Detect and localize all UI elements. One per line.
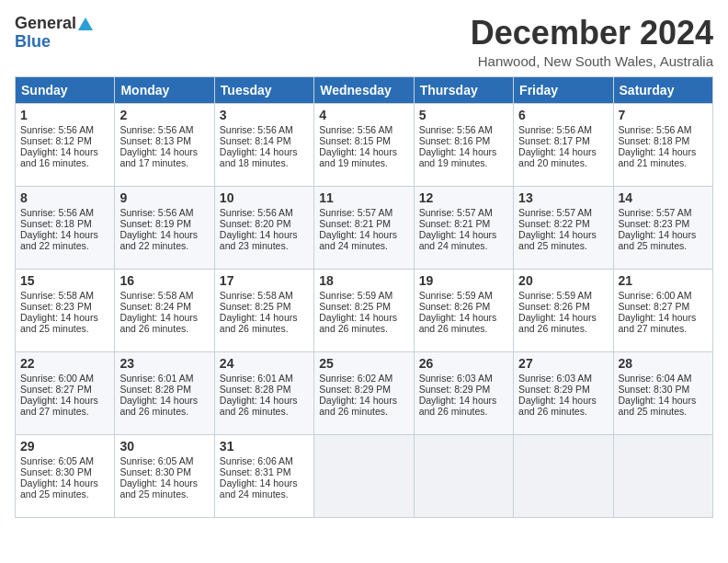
day-content: Sunset: 8:17 PM bbox=[518, 135, 608, 146]
calendar-cell: 18Sunrise: 5:59 AMSunset: 8:25 PMDayligh… bbox=[314, 269, 414, 351]
day-content: Daylight: 14 hours bbox=[518, 146, 608, 157]
day-content: and 26 minutes. bbox=[518, 323, 608, 334]
day-content: Daylight: 14 hours bbox=[619, 395, 708, 406]
week-row-4: 29Sunrise: 6:05 AMSunset: 8:30 PMDayligh… bbox=[16, 434, 713, 517]
day-number: 6 bbox=[518, 108, 608, 122]
day-content: Sunrise: 6:03 AM bbox=[518, 373, 608, 384]
day-content: and 25 minutes. bbox=[619, 406, 708, 417]
day-content: and 25 minutes. bbox=[518, 240, 608, 251]
day-content: and 18 minutes. bbox=[220, 157, 309, 168]
day-content: Sunrise: 5:59 AM bbox=[518, 290, 608, 301]
day-content: Sunset: 8:27 PM bbox=[20, 384, 109, 395]
calendar-cell: 29Sunrise: 6:05 AMSunset: 8:30 PMDayligh… bbox=[16, 434, 115, 517]
day-content: Sunset: 8:29 PM bbox=[518, 384, 608, 395]
day-content: Sunset: 8:19 PM bbox=[119, 218, 209, 229]
day-content: Sunset: 8:30 PM bbox=[20, 466, 109, 477]
day-content: Sunrise: 5:56 AM bbox=[119, 124, 209, 135]
day-content: Daylight: 14 hours bbox=[20, 312, 109, 323]
calendar-cell: 1Sunrise: 5:56 AMSunset: 8:12 PMDaylight… bbox=[16, 103, 115, 186]
calendar-cell: 4Sunrise: 5:56 AMSunset: 8:15 PMDaylight… bbox=[314, 103, 414, 186]
logo-general-text: General bbox=[15, 15, 76, 33]
day-content: Sunset: 8:23 PM bbox=[619, 218, 708, 229]
day-number: 16 bbox=[119, 273, 209, 288]
day-content: Sunset: 8:18 PM bbox=[20, 218, 109, 229]
day-number: 28 bbox=[619, 356, 708, 371]
day-content: Sunset: 8:24 PM bbox=[119, 301, 209, 312]
header-row: SundayMondayTuesdayWednesdayThursdayFrid… bbox=[16, 76, 713, 103]
day-content: Daylight: 14 hours bbox=[319, 146, 408, 157]
day-content: and 26 minutes. bbox=[319, 406, 408, 417]
day-content: and 16 minutes. bbox=[20, 157, 109, 168]
day-content: Sunset: 8:27 PM bbox=[619, 301, 708, 312]
day-content: Sunrise: 5:59 AM bbox=[319, 290, 408, 301]
day-number: 22 bbox=[20, 356, 109, 371]
day-number: 23 bbox=[119, 356, 209, 371]
day-content: Sunrise: 5:59 AM bbox=[419, 290, 508, 301]
calendar-cell: 7Sunrise: 5:56 AMSunset: 8:18 PMDaylight… bbox=[613, 103, 712, 186]
calendar-cell: 6Sunrise: 5:56 AMSunset: 8:17 PMDaylight… bbox=[514, 103, 613, 186]
calendar-subtitle: Hanwood, New South Wales, Australia bbox=[471, 53, 713, 69]
day-content: Sunset: 8:28 PM bbox=[220, 384, 309, 395]
day-content: Sunset: 8:15 PM bbox=[319, 135, 408, 146]
day-content: and 27 minutes. bbox=[20, 406, 109, 417]
day-content: and 19 minutes. bbox=[319, 157, 408, 168]
calendar-cell: 15Sunrise: 5:58 AMSunset: 8:23 PMDayligh… bbox=[16, 269, 115, 351]
calendar-cell: 21Sunrise: 6:00 AMSunset: 8:27 PMDayligh… bbox=[613, 269, 712, 351]
day-content: Daylight: 14 hours bbox=[619, 146, 708, 157]
logo-blue-text: Blue bbox=[15, 33, 51, 52]
day-content: Sunrise: 5:56 AM bbox=[20, 207, 109, 218]
header-friday: Friday bbox=[514, 76, 613, 103]
day-number: 8 bbox=[20, 190, 109, 205]
day-content: and 25 minutes. bbox=[119, 488, 209, 500]
day-number: 17 bbox=[220, 273, 309, 288]
day-content: Sunrise: 5:56 AM bbox=[518, 124, 608, 135]
week-row-3: 22Sunrise: 6:00 AMSunset: 8:27 PMDayligh… bbox=[16, 351, 713, 434]
day-content: Sunset: 8:16 PM bbox=[419, 135, 508, 146]
day-content: Sunset: 8:26 PM bbox=[518, 301, 608, 312]
day-number: 25 bbox=[319, 356, 408, 371]
calendar-cell: 3Sunrise: 5:56 AMSunset: 8:14 PMDaylight… bbox=[214, 103, 313, 186]
day-content: Sunset: 8:18 PM bbox=[619, 135, 708, 146]
day-number: 31 bbox=[220, 439, 309, 454]
day-number: 7 bbox=[619, 108, 708, 122]
day-content: Sunrise: 5:57 AM bbox=[419, 207, 508, 218]
day-content: Sunset: 8:30 PM bbox=[119, 466, 209, 477]
day-content: Daylight: 14 hours bbox=[419, 229, 508, 240]
calendar-table: SundayMondayTuesdayWednesdayThursdayFrid… bbox=[15, 76, 713, 518]
day-content: Sunrise: 6:03 AM bbox=[419, 373, 508, 384]
calendar-cell bbox=[314, 434, 414, 517]
day-content: Sunrise: 6:01 AM bbox=[119, 373, 209, 384]
day-content: Daylight: 14 hours bbox=[518, 312, 608, 323]
day-content: and 23 minutes. bbox=[220, 240, 309, 251]
day-content: Sunset: 8:29 PM bbox=[419, 384, 508, 395]
day-number: 30 bbox=[119, 439, 209, 454]
day-number: 1 bbox=[20, 108, 109, 122]
svg-marker-0 bbox=[78, 17, 93, 30]
day-content: and 26 minutes. bbox=[518, 406, 608, 417]
calendar-cell: 9Sunrise: 5:56 AMSunset: 8:19 PMDaylight… bbox=[115, 186, 214, 269]
calendar-cell: 13Sunrise: 5:57 AMSunset: 8:22 PMDayligh… bbox=[514, 186, 613, 269]
day-content: and 27 minutes. bbox=[619, 323, 708, 334]
calendar-cell: 11Sunrise: 5:57 AMSunset: 8:21 PMDayligh… bbox=[314, 186, 414, 269]
day-number: 27 bbox=[518, 356, 608, 371]
calendar-cell: 30Sunrise: 6:05 AMSunset: 8:30 PMDayligh… bbox=[115, 434, 214, 517]
calendar-cell: 22Sunrise: 6:00 AMSunset: 8:27 PMDayligh… bbox=[16, 351, 115, 434]
day-content: and 21 minutes. bbox=[619, 157, 708, 168]
week-row-0: 1Sunrise: 5:56 AMSunset: 8:12 PMDaylight… bbox=[16, 103, 713, 186]
day-content: Sunrise: 6:00 AM bbox=[20, 373, 109, 384]
day-content: Sunrise: 5:56 AM bbox=[220, 207, 309, 218]
day-content: Daylight: 14 hours bbox=[119, 312, 209, 323]
day-number: 20 bbox=[518, 273, 608, 288]
day-content: and 25 minutes. bbox=[20, 323, 109, 334]
day-content: Sunset: 8:31 PM bbox=[220, 466, 309, 477]
day-content: Daylight: 14 hours bbox=[419, 312, 508, 323]
day-content: Daylight: 14 hours bbox=[518, 395, 608, 406]
day-content: Sunrise: 5:56 AM bbox=[220, 124, 309, 135]
day-content: Sunrise: 5:56 AM bbox=[419, 124, 508, 135]
calendar-cell: 26Sunrise: 6:03 AMSunset: 8:29 PMDayligh… bbox=[414, 351, 513, 434]
week-row-1: 8Sunrise: 5:56 AMSunset: 8:18 PMDaylight… bbox=[16, 186, 713, 269]
day-content: and 26 minutes. bbox=[220, 323, 309, 334]
day-content: and 25 minutes. bbox=[20, 488, 109, 500]
day-content: and 24 minutes. bbox=[220, 488, 309, 500]
day-content: Daylight: 14 hours bbox=[619, 229, 708, 240]
